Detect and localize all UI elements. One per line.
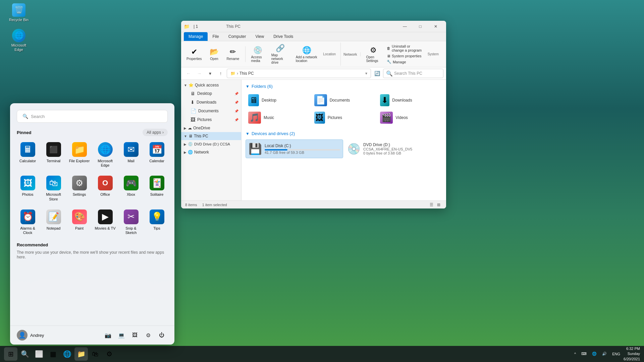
folder-videos[interactable]: 🎬 Videos: [377, 110, 442, 126]
settings-taskbar-button[interactable]: ⚙: [103, 347, 116, 361]
system-properties-button[interactable]: 🖥 System properties: [385, 53, 425, 59]
system-tray-chevron[interactable]: ^: [572, 351, 578, 357]
access-media-icon: 💿: [253, 46, 262, 55]
pinned-calculator[interactable]: 🖩 Calculator: [15, 139, 40, 171]
pinned-alarms[interactable]: ⏰ Alarms & Clock: [15, 206, 40, 238]
power-footer-icon[interactable]: ⏻: [156, 329, 168, 341]
folders-section-header[interactable]: ▼ Folders (6): [246, 82, 442, 90]
sidebar-desktop[interactable]: 🖥 Desktop 📌: [181, 89, 241, 98]
device-footer-icon[interactable]: 💻: [115, 329, 127, 341]
add-location-label: Add a network location: [296, 55, 318, 63]
pinned-paint[interactable]: 🎨 Paint: [67, 206, 92, 238]
widgets-button[interactable]: ▦: [46, 347, 60, 361]
sidebar-onedrive[interactable]: ▶ ☁ OneDrive: [181, 124, 241, 132]
folder-documents[interactable]: 📄 Documents: [312, 92, 376, 108]
folder-desktop[interactable]: 🖥 Desktop: [246, 92, 310, 108]
keyboard-tray[interactable]: ⌨: [579, 350, 589, 357]
gallery-footer-icon[interactable]: 🖼: [129, 329, 141, 341]
rename-button[interactable]: ✏ Rename: [224, 46, 242, 62]
pinned-office[interactable]: O Office: [93, 172, 117, 204]
map-network-drive-button[interactable]: 🔗 Map network drive: [269, 43, 292, 66]
downloads-pin: 📌: [234, 101, 238, 104]
address-path[interactable]: 📁 › This PC ▾: [227, 69, 371, 78]
start-button[interactable]: ⊞: [4, 347, 17, 361]
grid-view-button[interactable]: ⊞: [435, 201, 442, 208]
tab-drive-tools[interactable]: Drive Tools: [269, 32, 298, 41]
settings-footer-icon[interactable]: ⚙: [142, 329, 154, 341]
maximize-button[interactable]: □: [413, 21, 428, 32]
sidebar-downloads[interactable]: ⬇ Downloads 📌: [181, 98, 241, 107]
minimize-button[interactable]: —: [397, 21, 413, 32]
pinned-mail[interactable]: ✉ Mail: [119, 139, 143, 171]
recycle-bin-icon[interactable]: 🗑️ Recycle Bin: [7, 3, 31, 22]
view-buttons: ☰ ⊞: [428, 201, 442, 208]
add-network-location-button[interactable]: 🌐 Add a network location: [293, 45, 321, 64]
up-button[interactable]: ↑: [216, 69, 225, 78]
tab-view[interactable]: View: [251, 32, 269, 41]
store-taskbar-button[interactable]: 🛍: [89, 347, 102, 361]
open-settings-button[interactable]: ⚙ Open Settings: [363, 45, 383, 64]
pinned-solitaire[interactable]: 🃏 Solitaire: [145, 172, 169, 204]
dropdown-button[interactable]: ▾: [205, 69, 215, 78]
properties-button[interactable]: ✔ Properties: [184, 46, 205, 62]
pinned-notepad[interactable]: 📝 Notepad: [41, 206, 66, 238]
onedrive-chevron: ▶: [184, 126, 186, 130]
tab-file[interactable]: File: [208, 32, 223, 41]
sidebar-dvd-drive[interactable]: ▶ 💿 DVD Drive (D:) CCSA: [181, 140, 241, 148]
uninstall-button[interactable]: 🗑 Uninstall or change a program: [385, 44, 425, 53]
explorer-body: ▼ ⭐ Quick access 🖥 Desktop 📌 ⬇ Downloads…: [181, 80, 446, 200]
terminal-icon: ⬛: [46, 142, 61, 157]
all-apps-button[interactable]: All apps ›: [143, 129, 168, 136]
network-tray[interactable]: 🌐: [590, 350, 599, 357]
pinned-calendar[interactable]: 📅 Calendar: [145, 139, 169, 171]
search-box[interactable]: 🔍 Search This PC: [383, 69, 443, 78]
pinned-movies[interactable]: ▶ Movies & TV: [93, 206, 117, 238]
movies-icon: ▶: [98, 209, 113, 224]
sidebar-documents[interactable]: 📄 Documents 📌: [181, 107, 241, 115]
pinned-edge[interactable]: 🌐 Microsoft Edge: [93, 139, 117, 171]
pinned-photos[interactable]: 🖼 Photos: [15, 172, 40, 204]
close-button[interactable]: ✕: [428, 21, 443, 32]
music-folder-icon: 🎵: [248, 112, 261, 124]
back-button[interactable]: ←: [184, 69, 193, 78]
folder-pictures[interactable]: 🖼 Pictures: [312, 110, 376, 126]
devices-section-title: Devices and drives (2): [252, 131, 295, 136]
search-taskbar-button[interactable]: 🔍: [18, 347, 32, 361]
access-media-button[interactable]: 💿 Access media: [248, 45, 267, 64]
pinned-settings[interactable]: ⚙ Settings: [67, 172, 92, 204]
explorer-footer-icon[interactable]: 📷: [102, 329, 114, 341]
forward-button[interactable]: →: [195, 69, 204, 78]
tab-manage[interactable]: Manage: [184, 32, 208, 41]
pinned-tips[interactable]: 💡 Tips: [145, 206, 169, 238]
manage-button[interactable]: 🔧 Manage: [385, 59, 425, 65]
tab-computer[interactable]: Computer: [224, 32, 251, 41]
folder-music[interactable]: 🎵 Music: [246, 110, 310, 126]
start-search-bar[interactable]: 🔍 Search: [17, 110, 168, 123]
volume-tray[interactable]: 🔊: [600, 350, 609, 357]
refresh-button[interactable]: 🔄: [372, 69, 382, 78]
pinned-store[interactable]: 🛍 Microsoft Store: [41, 172, 66, 204]
edge-taskbar-button[interactable]: 🌐: [60, 347, 74, 361]
drive-d[interactable]: 💿 DVD Drive (D:) CCSA_X64FRE_EN-US_DV5 0…: [344, 139, 442, 158]
folders-chevron: ▼: [246, 84, 250, 89]
folder-downloads[interactable]: ⬇ Downloads: [377, 92, 442, 108]
user-profile[interactable]: 👤 Andrey: [17, 330, 44, 341]
drive-c[interactable]: 💾 Local Disk (C:) 41.7 GB free of 59.3 G…: [246, 139, 343, 158]
devices-section-header[interactable]: ▼ Devices and drives (2): [246, 130, 442, 137]
taskbar-clock[interactable]: 6:32 PM Sunday 6/20/2021: [624, 346, 640, 362]
pinned-file-explorer[interactable]: 📁 File Explorer: [67, 139, 92, 171]
sidebar-quick-access[interactable]: ▼ ⭐ Quick access: [181, 81, 241, 89]
sidebar-pictures[interactable]: 🖼 Pictures 📌: [181, 115, 241, 124]
status-items-count: 8 items 1 item selected: [185, 203, 227, 207]
file-explorer-taskbar-button[interactable]: 📁: [74, 347, 88, 361]
open-button[interactable]: 📂 Open: [206, 46, 223, 62]
sidebar-this-pc[interactable]: ▼ 🖥 This PC: [181, 132, 241, 140]
pinned-snip[interactable]: ✂ Snip & Sketch: [119, 206, 143, 238]
list-view-button[interactable]: ☰: [428, 201, 435, 208]
sidebar-network[interactable]: ▶ 🌐 Network: [181, 148, 241, 156]
taskview-button[interactable]: ⬜: [32, 347, 46, 361]
language-tray[interactable]: ENG: [610, 351, 622, 357]
pinned-xbox[interactable]: 🎮 Xbox: [119, 172, 143, 204]
pinned-terminal[interactable]: ⬛ Terminal: [41, 139, 66, 171]
edge-desktop-icon[interactable]: 🌐 Microsoft Edge: [7, 29, 31, 52]
